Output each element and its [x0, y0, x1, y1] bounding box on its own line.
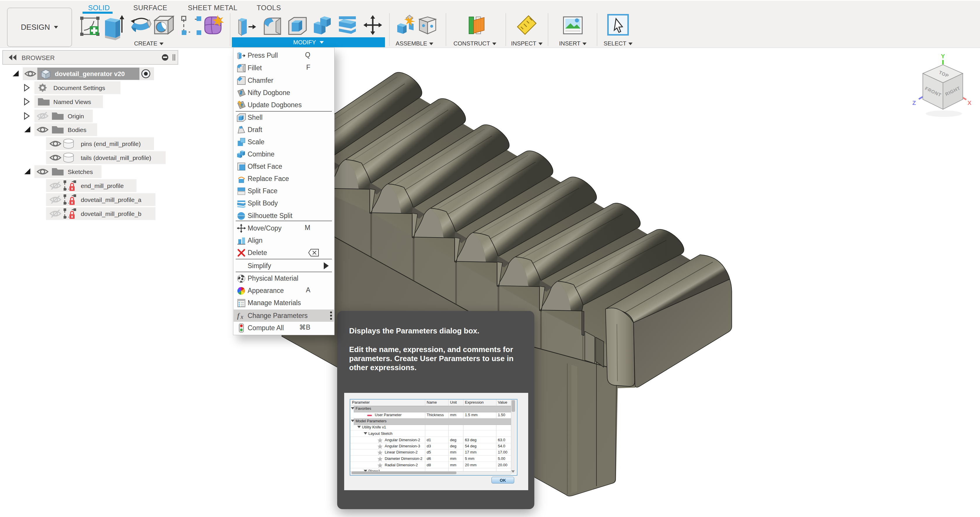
svg-text:Document Settings: Document Settings [53, 84, 105, 91]
svg-text:Bodies: Bodies [68, 127, 86, 133]
svg-text:tails (dovetail_mill_profile): tails (dovetail_mill_profile) [81, 154, 151, 162]
svg-text:dovetail_generator v20: dovetail_generator v20 [55, 70, 125, 78]
svg-text:dovetail_mill_profile_b: dovetail_mill_profile_b [81, 211, 142, 217]
svg-text:x: x [240, 314, 243, 320]
svg-text:dovetail_mill_profile_a: dovetail_mill_profile_a [81, 197, 142, 203]
svg-text:Y: Y [941, 53, 945, 59]
svg-text:pins (end_mill_profile): pins (end_mill_profile) [81, 141, 141, 147]
svg-text:f: f [237, 312, 240, 320]
svg-text:end_mill_profile: end_mill_profile [81, 182, 124, 189]
svg-text:Origin: Origin [68, 113, 84, 119]
svg-text:Z: Z [912, 100, 916, 106]
svg-text:Sketches: Sketches [68, 168, 93, 175]
svg-text:X: X [967, 100, 972, 106]
svg-text:Named Views: Named Views [53, 98, 91, 105]
